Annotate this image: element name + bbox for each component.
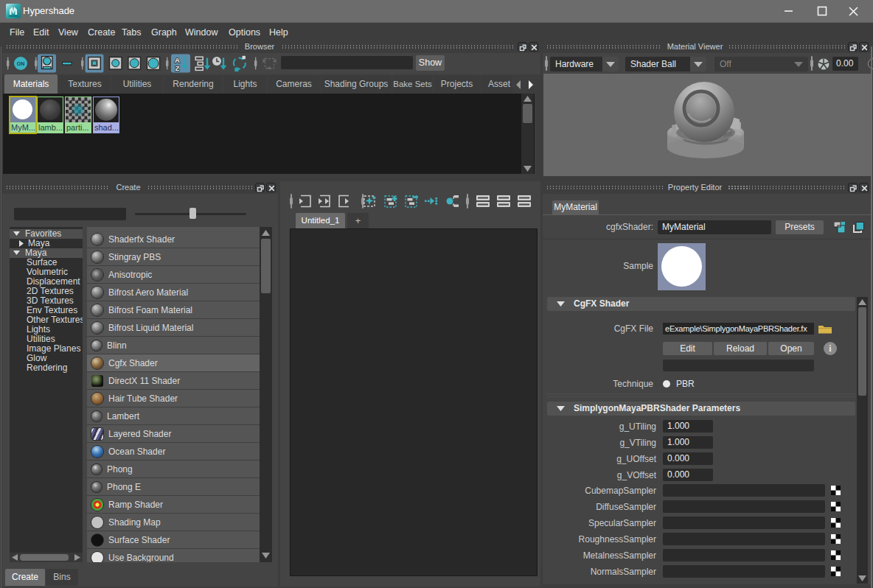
svg-text:A: A (175, 56, 180, 64)
svg-text:Z: Z (175, 64, 180, 72)
svg-text:ON: ON (17, 61, 25, 66)
